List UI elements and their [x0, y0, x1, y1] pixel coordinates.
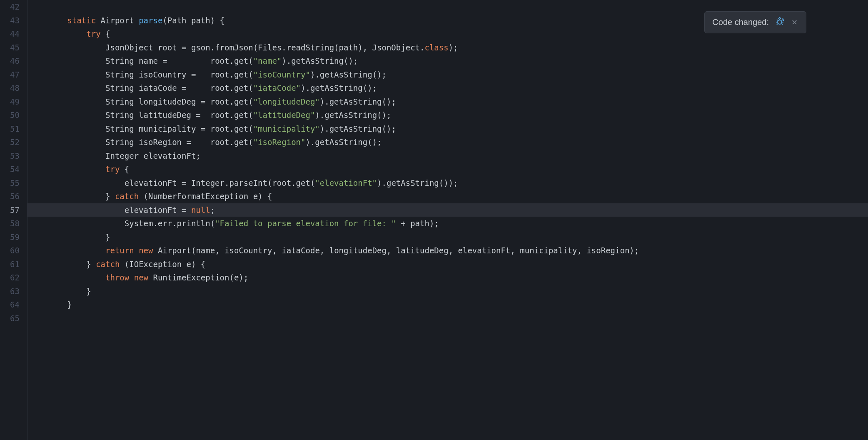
keyword-try: try: [86, 29, 100, 38]
indent: [29, 232, 105, 242]
keyword-try: try: [105, 165, 120, 174]
code-line: try {: [27, 162, 868, 176]
code-text: elevationFt = Integer.parseInt(root.get(: [125, 178, 315, 188]
code-text: }: [86, 287, 91, 296]
code-text: ).getAsString();: [301, 83, 377, 92]
code-text: {: [120, 165, 129, 174]
debug-restart-icon[interactable]: [775, 16, 785, 28]
function-name: parse: [139, 16, 162, 25]
indent: [29, 138, 105, 147]
code-line: return new Airport(name, isoCountry, iat…: [27, 244, 868, 258]
code-text: String municipality = root.get(: [105, 124, 253, 133]
code-text: String isoRegion = root.get(: [105, 138, 253, 147]
line-number: 47: [0, 68, 20, 82]
line-number: 53: [0, 149, 20, 163]
close-icon[interactable]: ✕: [791, 18, 798, 27]
code-line: JsonObject root = gson.fromJson(Files.re…: [27, 41, 868, 55]
indent: [29, 260, 86, 269]
keyword-null: null: [191, 205, 210, 215]
code-text: String iataCode = root.get(: [105, 83, 253, 92]
notification-label: Code changed:: [712, 18, 769, 27]
code-text: ).getAsString();: [310, 70, 387, 79]
indent: [29, 178, 125, 188]
line-number: 49: [0, 95, 20, 109]
code-text: System.err.println(: [125, 219, 215, 228]
line-number: 59: [0, 230, 20, 244]
line-number: 46: [0, 54, 20, 68]
indent: [29, 192, 105, 201]
code-text: );: [449, 43, 458, 52]
code-text: Integer elevationFt;: [105, 151, 201, 160]
line-number: 56: [0, 190, 20, 203]
line-number: 51: [0, 122, 20, 136]
indent: [29, 70, 105, 79]
code-text: elevationFt =: [125, 205, 191, 215]
indent: [29, 29, 86, 38]
whitespace: [96, 16, 100, 25]
code-line: throw new RuntimeException(e);: [27, 271, 868, 285]
code-line: System.err.println("Failed to parse elev…: [27, 217, 868, 230]
code-text: String longitudeDeg = root.get(: [105, 97, 253, 106]
code-changed-notification[interactable]: Code changed: ✕: [704, 11, 806, 33]
keyword-static: static: [67, 16, 96, 25]
string-literal: "isoRegion": [253, 138, 306, 147]
code-text: }: [105, 192, 115, 201]
keyword-catch: catch: [96, 260, 120, 269]
code-line: String name = root.get("name").getAsStri…: [27, 54, 868, 68]
code-line: String latitudeDeg = root.get("latitudeD…: [27, 108, 868, 122]
string-literal: "isoCountry": [253, 70, 310, 79]
whitespace: [129, 273, 134, 282]
code-text: ).getAsString();: [320, 97, 396, 106]
line-number: 61: [0, 258, 20, 271]
code-text: String name = root.get(: [105, 56, 253, 65]
code-text: + path);: [396, 219, 439, 228]
indent: [29, 205, 125, 215]
indent: [29, 43, 105, 52]
code-line: String municipality = root.get("municipa…: [27, 122, 868, 136]
indent: [29, 287, 86, 296]
code-line: String isoCountry = root.get("isoCountry…: [27, 68, 868, 82]
line-number-current: 57: [0, 203, 20, 217]
string-literal: "Failed to parse elevation for file: ": [215, 219, 396, 228]
indent: [29, 219, 125, 228]
indent: [29, 124, 105, 133]
line-number: 65: [0, 312, 20, 325]
code-line: [27, 312, 868, 325]
code-line: }: [27, 285, 868, 298]
code-line: elevationFt = Integer.parseInt(root.get(…: [27, 176, 868, 190]
line-number: 50: [0, 108, 20, 122]
indent: [29, 300, 67, 309]
code-text: }: [105, 232, 110, 242]
code-text: {: [101, 29, 110, 38]
string-literal: "iataCode": [253, 83, 301, 92]
code-text: ).getAsString());: [377, 178, 458, 188]
code-text: String latitudeDeg = root.get(: [105, 110, 253, 120]
keyword-catch: catch: [115, 192, 139, 201]
code-text: ).getAsString();: [305, 138, 382, 147]
code-line: } catch (IOException e) {: [27, 258, 868, 271]
code-text: JsonObject root = gson.fromJson(Files.re…: [105, 43, 424, 52]
line-number: 54: [0, 162, 20, 176]
indent: [29, 56, 105, 65]
code-text: ).getAsString();: [320, 124, 396, 133]
string-literal: "latitudeDeg": [253, 110, 315, 120]
code-text: Airport: [101, 16, 139, 25]
line-gutter: 42 43 44 45 46 47 48 49 50 51 52 53 54 5…: [0, 0, 27, 440]
indent: [29, 83, 105, 92]
code-editor[interactable]: 42 43 44 45 46 47 48 49 50 51 52 53 54 5…: [0, 0, 868, 440]
line-number: 60: [0, 244, 20, 258]
string-literal: "name": [253, 56, 282, 65]
code-text: (Path path) {: [162, 16, 224, 25]
keyword-new: new: [139, 246, 153, 255]
code-content[interactable]: static Airport parse(Path path) { try { …: [27, 0, 868, 440]
keyword-new: new: [134, 273, 148, 282]
svg-point-0: [778, 20, 782, 24]
line-number: 45: [0, 41, 20, 55]
code-text: (IOException e) {: [120, 260, 205, 269]
indent: [29, 273, 105, 282]
indent: [29, 97, 105, 106]
code-line: }: [27, 298, 868, 312]
string-literal: "municipality": [253, 124, 320, 133]
code-text: String isoCountry = root.get(: [105, 70, 253, 79]
line-number: 48: [0, 81, 20, 95]
